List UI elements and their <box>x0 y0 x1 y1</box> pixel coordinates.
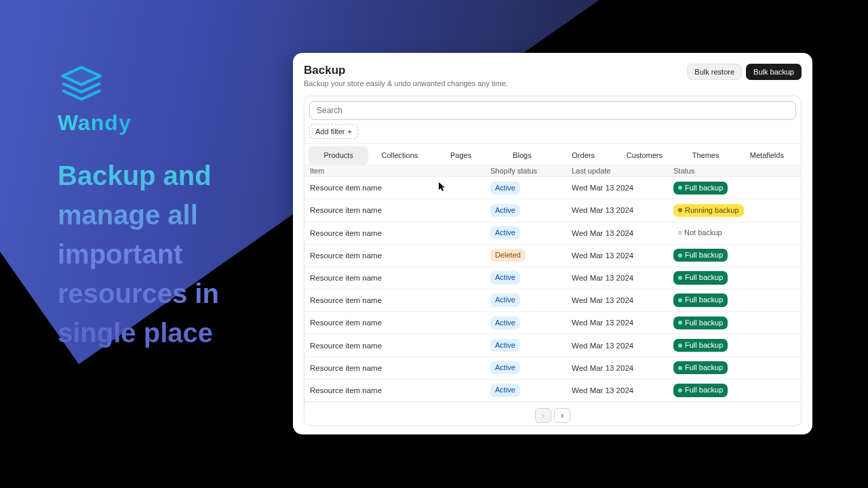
col-item: Item <box>310 167 490 175</box>
search-input[interactable] <box>317 106 789 115</box>
status-dot-icon <box>678 276 682 280</box>
last-update: Wed Mar 13 2024 <box>572 206 673 214</box>
prev-page-button[interactable]: ‹ <box>535 408 551 423</box>
tab-customers[interactable]: Customers <box>614 146 674 165</box>
col-updated: Last update <box>572 167 673 175</box>
hero: Wandy Backup and manage all important re… <box>58 64 275 352</box>
shopify-status-badge: Active <box>490 384 520 396</box>
table-body: Resource item nameActiveWed Mar 13 2024F… <box>304 177 801 402</box>
backup-panel: Backup Backup your store easily & undo u… <box>293 53 812 434</box>
item-name: Resource item name <box>310 206 490 214</box>
last-update: Wed Mar 13 2024 <box>572 342 673 350</box>
status-label: Full backup <box>685 340 723 350</box>
shopify-status-badge: Active <box>490 204 520 217</box>
last-update: Wed Mar 13 2024 <box>572 386 673 394</box>
tab-orders[interactable]: Orders <box>553 146 613 165</box>
status-label: Full backup <box>685 318 723 328</box>
panel-header: Backup Backup your store easily & undo u… <box>304 64 802 87</box>
search-field[interactable] <box>309 101 796 120</box>
brand-name: Wandy <box>58 110 132 136</box>
table-row[interactable]: Resource item nameActiveWed Mar 13 2024F… <box>304 380 801 402</box>
table-row[interactable]: Resource item nameActiveWed Mar 13 2024F… <box>304 334 801 357</box>
tab-products[interactable]: Products <box>309 146 368 165</box>
plus-icon: + <box>347 127 351 136</box>
item-name: Resource item name <box>310 386 490 394</box>
status-dot-icon <box>678 366 682 370</box>
item-name: Resource item name <box>310 319 490 327</box>
status-label: Full backup <box>685 272 723 283</box>
item-name: Resource item name <box>310 296 490 304</box>
bulk-restore-button[interactable]: Bulk restore <box>687 64 742 80</box>
table-row[interactable]: Resource item nameActiveWed Mar 13 2024F… <box>304 267 801 289</box>
backup-status-badge: Full backup <box>673 361 728 374</box>
status-dot-icon <box>678 186 682 190</box>
col-shop-status: Shopify status <box>490 167 572 175</box>
backup-status-badge: Not backup <box>673 226 727 239</box>
brand-logo: Wandy <box>58 64 275 136</box>
last-update: Wed Mar 13 2024 <box>572 251 673 260</box>
status-label: Full backup <box>685 250 723 260</box>
status-dot-icon <box>678 344 682 348</box>
svg-marker-0 <box>62 67 100 85</box>
status-dot-icon <box>678 321 682 325</box>
last-update: Wed Mar 13 2024 <box>572 184 673 192</box>
status-dot-icon <box>678 208 682 212</box>
item-name: Resource item name <box>310 251 490 260</box>
backup-status-badge: Full backup <box>673 384 728 396</box>
backup-status-badge: Full backup <box>673 317 728 329</box>
tab-pages[interactable]: Pages <box>431 146 491 165</box>
chevron-left-icon: ‹ <box>542 411 545 420</box>
shopify-status-badge: Active <box>490 361 520 374</box>
table-card: Add filter + ProductsCollectionsPagesBlo… <box>304 96 802 426</box>
status-label: Full backup <box>685 363 723 373</box>
chevron-right-icon: › <box>561 411 564 420</box>
item-name: Resource item name <box>310 274 490 282</box>
next-page-button[interactable]: › <box>554 408 570 423</box>
table-row[interactable]: Resource item nameActiveWed Mar 13 2024F… <box>304 357 801 380</box>
tab-collections[interactable]: Collections <box>370 146 429 165</box>
bulk-backup-button[interactable]: Bulk backup <box>746 64 802 80</box>
status-dot-icon <box>678 388 682 392</box>
shopify-status-badge: Active <box>490 271 520 284</box>
status-label: Not backup <box>684 228 722 238</box>
item-name: Resource item name <box>310 229 490 237</box>
backup-status-badge: Full backup <box>673 339 728 352</box>
table-row[interactable]: Resource item nameActiveWed Mar 13 2024N… <box>304 222 801 245</box>
resource-tabs: ProductsCollectionsPagesBlogsOrdersCusto… <box>304 143 801 165</box>
shopify-status-badge: Deleted <box>490 249 526 262</box>
backup-status-badge: Full backup <box>673 293 728 306</box>
item-name: Resource item name <box>310 184 490 192</box>
backup-status-badge: Running backup <box>673 204 744 217</box>
table-row[interactable]: Resource item nameActiveWed Mar 13 2024F… <box>304 312 801 334</box>
tab-themes[interactable]: Themes <box>676 146 736 165</box>
table-header: Item Shopify status Last update Status <box>304 165 801 177</box>
status-dot-icon <box>678 231 682 235</box>
last-update: Wed Mar 13 2024 <box>572 274 673 282</box>
page-title: Backup <box>304 64 508 77</box>
item-name: Resource item name <box>310 364 490 372</box>
status-label: Full backup <box>685 183 723 193</box>
col-status: Status <box>673 167 795 175</box>
add-filter-label: Add filter <box>315 127 344 136</box>
hero-tagline: Backup and manage all important resource… <box>58 156 275 352</box>
status-label: Running backup <box>685 205 739 216</box>
backup-status-badge: Full backup <box>673 182 728 195</box>
last-update: Wed Mar 13 2024 <box>572 229 673 237</box>
pagination: ‹ › <box>304 402 801 426</box>
last-update: Wed Mar 13 2024 <box>572 364 673 372</box>
shopify-status-badge: Active <box>490 182 520 195</box>
table-row[interactable]: Resource item nameActiveWed Mar 13 2024F… <box>304 177 801 199</box>
item-name: Resource item name <box>310 342 490 350</box>
table-row[interactable]: Resource item nameActiveWed Mar 13 2024R… <box>304 199 801 222</box>
last-update: Wed Mar 13 2024 <box>572 296 673 304</box>
last-update: Wed Mar 13 2024 <box>572 319 673 327</box>
table-row[interactable]: Resource item nameActiveWed Mar 13 2024F… <box>304 289 801 312</box>
table-row[interactable]: Resource item nameDeletedWed Mar 13 2024… <box>304 245 801 267</box>
tab-metafields[interactable]: Metafields <box>737 146 797 165</box>
shopify-status-badge: Active <box>490 293 520 306</box>
add-filter-button[interactable]: Add filter + <box>309 124 358 139</box>
status-dot-icon <box>678 298 682 302</box>
backup-status-badge: Full backup <box>673 271 728 284</box>
tab-blogs[interactable]: Blogs <box>492 146 552 165</box>
shopify-status-badge: Active <box>490 226 520 239</box>
